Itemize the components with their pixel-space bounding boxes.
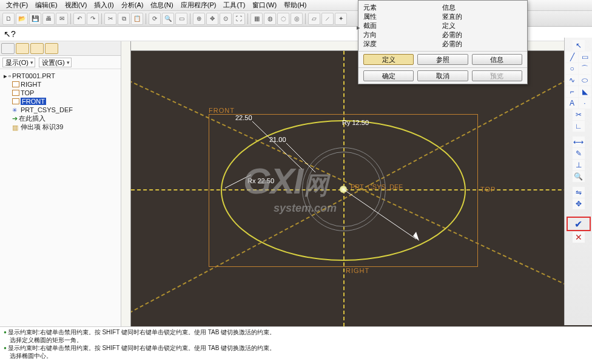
trim-tool[interactable]: ✂	[573, 109, 585, 120]
view-fit-button[interactable]: ⛶	[233, 13, 245, 25]
arc-tool[interactable]: ⌒	[579, 63, 591, 74]
close-icon: ✕	[575, 232, 582, 242]
sidebar-tab-fav[interactable]	[30, 43, 44, 54]
tree-item-right[interactable]: RIGHT	[1, 80, 119, 89]
feature-definition-dialog[interactable]: ▸ 元素 信息 属性 竖直的 截面 定义 方向 必需的 深度 必需的 定义 参照…	[358, 0, 528, 84]
info-button[interactable]: 信息	[472, 54, 522, 65]
menu-tools[interactable]: 工具(T)	[220, 1, 249, 10]
menu-edit[interactable]: 编辑(E)	[32, 1, 61, 10]
settings-dropdown[interactable]: 设置(G)	[39, 58, 72, 67]
mirror-tool[interactable]: ⇋	[573, 187, 585, 198]
tree-label: 在此插入	[19, 114, 45, 123]
view-zoom-button[interactable]: ⊙	[220, 13, 232, 25]
menu-file[interactable]: 文件(F)	[2, 1, 32, 10]
define-button[interactable]: 定义	[363, 54, 414, 65]
reference-button[interactable]: 参照	[417, 54, 468, 65]
model-tree[interactable]: ▸ ▫ PRT0001.PRT RIGHT TOP FRONT ✳ PRT_CS…	[0, 69, 121, 326]
dimension-label[interactable]: 22.50	[235, 114, 252, 121]
sketch-canvas[interactable]: 22.50 21.00 Rx 22.50 Ry 12.50 FRONT RIGH…	[131, 51, 592, 326]
dimension-tool[interactable]: ⟷	[573, 136, 585, 147]
menu-window[interactable]: 窗口(W)	[249, 1, 280, 10]
ok-button[interactable]: 确定	[363, 70, 414, 81]
cut-button[interactable]: ✂	[104, 13, 116, 25]
ellipse-tool[interactable]: ⬭	[579, 75, 591, 86]
menu-info[interactable]: 信息(N)	[147, 1, 177, 10]
extrude-icon: ▥	[12, 124, 19, 130]
constraint-tool[interactable]: ⊥	[573, 160, 585, 170]
point-tool[interactable]: ·	[579, 98, 591, 109]
quit-button[interactable]: ✕	[573, 232, 585, 243]
part-icon: ▫	[8, 72, 11, 79]
tree-root-label: PRT0001.PRT	[12, 72, 55, 79]
wireframe-button[interactable]: ◌	[277, 13, 289, 25]
menu-app[interactable]: 应用程序(P)	[177, 1, 220, 10]
text-tool[interactable]: A	[566, 98, 578, 109]
dialog-nav-arrow-icon[interactable]: ▸	[357, 24, 360, 32]
hidden-button[interactable]: ◎	[291, 13, 303, 25]
sidebar-tab-link[interactable]	[45, 43, 58, 54]
paste-button[interactable]: 📋	[131, 13, 143, 25]
select-box-button[interactable]: ▭	[175, 13, 187, 25]
fillet-tool[interactable]: ⌐	[566, 86, 578, 97]
sidebar-tab-tree[interactable]	[1, 43, 15, 54]
menu-insert[interactable]: 插入(I)	[90, 1, 117, 10]
dialog-row[interactable]: 方向 必需的	[363, 30, 522, 39]
tree-item-front[interactable]: FRONT	[1, 97, 119, 106]
tree-label-selected: FRONT	[21, 98, 46, 105]
pointer-tool[interactable]: ↖	[573, 40, 585, 51]
menu-help[interactable]: 帮助(H)	[280, 1, 310, 10]
dialog-row[interactable]: 深度 必需的	[363, 39, 522, 49]
redo-button[interactable]: ↷	[87, 13, 99, 25]
tree-item-insert-here[interactable]: ➔ 在此插入	[1, 114, 119, 123]
row-element: 截面	[363, 21, 442, 30]
dimension-label-ry[interactable]: Ry 12.50	[342, 119, 369, 126]
tree-toggle-icon[interactable]: ▸	[4, 72, 7, 80]
spline-tool[interactable]: ∿	[566, 75, 578, 86]
dimension-label[interactable]: 21.00	[269, 136, 286, 143]
regen-button[interactable]: ⟳	[149, 13, 161, 25]
datum-plane-button[interactable]: ▱	[308, 13, 320, 25]
find-button[interactable]: 🔍	[162, 13, 174, 25]
dimension-label-rx[interactable]: Rx 22.50	[247, 177, 274, 184]
preview-button[interactable]: 预览	[472, 70, 522, 81]
sidebar-tab-folder[interactable]	[16, 43, 29, 54]
row-info: 必需的	[442, 39, 462, 49]
tree-item-top[interactable]: TOP	[1, 89, 119, 97]
print-button[interactable]: 🖶	[42, 13, 55, 25]
view-pan-button[interactable]: ✥	[206, 13, 218, 25]
mail-button[interactable]: ✉	[56, 13, 68, 25]
move-tool[interactable]: ✥	[573, 198, 585, 209]
datum-csys-button[interactable]: ✦	[335, 13, 347, 25]
display-style-button[interactable]: ▦	[251, 13, 263, 25]
tree-root[interactable]: ▸ ▫ PRT0001.PRT	[1, 72, 119, 80]
corner-tool[interactable]: ∟	[573, 121, 585, 132]
modify-tool[interactable]: ✎	[573, 148, 585, 159]
menu-analysis[interactable]: 分析(A)	[118, 1, 147, 10]
show-dropdown[interactable]: 显示(O)	[2, 58, 35, 67]
tree-filter-row: 显示(O) 设置(G)	[0, 56, 121, 69]
datum-axis-button[interactable]: ⟋	[321, 13, 334, 25]
inspect-tool[interactable]: 🔍	[573, 171, 585, 182]
open-button[interactable]: 📂	[16, 13, 28, 25]
chamfer-tool[interactable]: ◣	[579, 86, 591, 97]
save-button[interactable]: 💾	[29, 13, 41, 25]
copy-button[interactable]: ⧉	[118, 13, 130, 25]
log-text: 选择椭圆中心。	[10, 352, 52, 360]
done-button-highlighted[interactable]: ✔	[567, 217, 591, 231]
line-tool[interactable]: ╱	[566, 52, 578, 62]
col-header-info: 信息	[442, 3, 456, 12]
tree-item-csys[interactable]: ✳ PRT_CSYS_DEF	[1, 106, 119, 114]
shade-button[interactable]: ◍	[264, 13, 276, 25]
undo-button[interactable]: ↶	[73, 13, 86, 25]
tree-item-extrude[interactable]: ▥ 伸出项 标识39	[1, 123, 119, 131]
help-arrow-icon[interactable]: ↖?	[4, 29, 16, 39]
rect-tool[interactable]: ▭	[579, 52, 591, 62]
dialog-row[interactable]: 截面 定义	[363, 21, 522, 30]
dialog-row[interactable]: 属性 竖直的	[363, 12, 522, 21]
plane-icon	[12, 90, 19, 96]
cancel-button[interactable]: 取消	[417, 70, 468, 81]
menu-view[interactable]: 视图(V)	[61, 1, 91, 10]
view-spin-button[interactable]: ⊕	[193, 13, 205, 25]
circle-tool[interactable]: ○	[566, 63, 578, 74]
new-button[interactable]: 🗋	[2, 13, 15, 25]
